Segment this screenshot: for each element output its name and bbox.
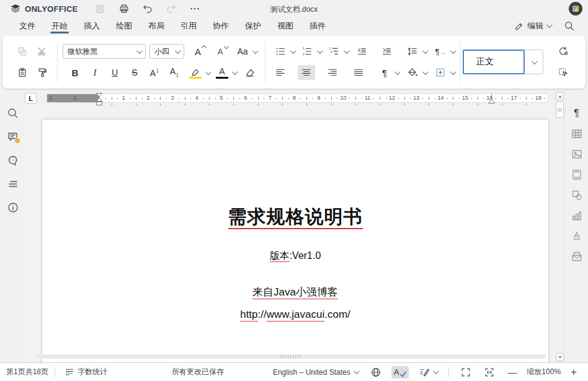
doc-heading-line[interactable]: 需求规格说明书 — [42, 204, 548, 230]
image-settings-button[interactable] — [569, 148, 584, 160]
sidebar-about-button[interactable] — [5, 200, 21, 215]
align-justify-button[interactable] — [350, 65, 367, 80]
fit-page-button[interactable] — [458, 366, 474, 379]
url-seg: www.javacui — [267, 309, 325, 322]
tab-file[interactable]: 文件 — [11, 17, 43, 34]
font-name-combo[interactable]: 微软雅黑 — [63, 44, 146, 59]
strikeout-button[interactable]: S — [126, 65, 143, 80]
line-spacing-icon — [407, 46, 418, 57]
style-current[interactable]: 正文 — [463, 50, 525, 74]
style-gallery-expand-button[interactable] — [525, 50, 543, 74]
search-button[interactable] — [562, 19, 577, 33]
subscript-button[interactable]: A1 — [166, 65, 183, 80]
change-case-button[interactable]: Aa — [234, 44, 251, 59]
align-right-button[interactable] — [324, 65, 341, 80]
italic-button[interactable]: I — [86, 65, 104, 80]
paragraph-direction-button[interactable]: ¶→ — [432, 44, 449, 59]
zoom-out-button[interactable]: — — [505, 366, 519, 378]
cut-button[interactable] — [33, 44, 51, 59]
borders-button[interactable] — [432, 65, 449, 80]
scroll-down-button[interactable] — [556, 353, 564, 361]
fit-width-button[interactable] — [481, 366, 497, 379]
decrease-font-button[interactable]: A — [212, 44, 229, 59]
replace-button[interactable] — [555, 44, 572, 59]
ruler-strip[interactable]: 21123456789101112131415161718 — [47, 94, 548, 103]
track-changes-button[interactable] — [416, 366, 440, 379]
scroll-up-button[interactable] — [556, 92, 564, 100]
paste-button[interactable] — [14, 65, 31, 80]
tab-collaboration[interactable]: 协作 — [205, 17, 237, 34]
right-indent-marker[interactable] — [488, 98, 496, 104]
clear-style-button[interactable] — [241, 65, 259, 80]
decrease-indent-button[interactable] — [353, 44, 370, 59]
vertical-scrollbar-thumb[interactable] — [556, 102, 564, 118]
sidebar-search-button[interactable] — [5, 106, 21, 121]
tab-references[interactable]: 引用 — [172, 17, 205, 34]
underline-button[interactable]: U — [106, 65, 123, 80]
tab-home[interactable]: 开始 — [43, 17, 76, 34]
format-painter-button[interactable] — [33, 65, 51, 80]
bold-button[interactable]: B — [66, 65, 84, 80]
increase-font-button[interactable]: A — [189, 44, 207, 59]
sidebar-comments-button[interactable] — [5, 129, 21, 144]
sidebar-headings-button[interactable] — [5, 177, 21, 191]
doc-blog-line[interactable]: 来自Java小强博客 — [42, 285, 548, 299]
tab-plugins[interactable]: 插件 — [301, 17, 334, 34]
tab-draw[interactable]: 绘图 — [108, 17, 140, 34]
tab-insert[interactable]: 插入 — [76, 17, 108, 34]
spellcheck-button[interactable]: A — [391, 366, 409, 379]
editing-mode-selector[interactable]: 编辑 — [514, 20, 551, 32]
redo-button[interactable] — [164, 2, 179, 15]
mailmerge-settings-button[interactable] — [569, 250, 584, 263]
chart-settings-icon — [571, 209, 583, 222]
multilevel-button[interactable]: 1a — [325, 44, 342, 59]
copy-button[interactable] — [14, 44, 31, 59]
shading-button[interactable] — [404, 65, 421, 80]
document-language-button[interactable] — [368, 366, 384, 379]
horizontal-scrollbar[interactable] — [36, 354, 546, 359]
tab-stop-selector[interactable]: L — [25, 93, 37, 103]
save-button[interactable] — [93, 2, 108, 15]
font-color-button[interactable]: A — [213, 65, 231, 80]
document-canvas[interactable]: 需求规格说明书 版本:Ver1.0 来自Java小强博客 http://www.… — [26, 106, 556, 362]
word-count-button[interactable]: 12 字数统计 — [61, 366, 110, 379]
superscript-button[interactable]: A1 — [146, 65, 163, 80]
shape-settings-button[interactable] — [569, 189, 584, 201]
textart-settings-button[interactable] — [569, 230, 584, 242]
zoom-in-button[interactable]: + — [568, 366, 579, 379]
increase-indent-button[interactable] — [378, 44, 395, 59]
table-settings-button[interactable] — [569, 128, 584, 140]
bullets-button[interactable] — [272, 44, 289, 59]
align-left-button[interactable] — [272, 65, 289, 80]
numbering-button[interactable]: 12 — [298, 44, 316, 59]
select-cursor-icon — [558, 67, 569, 78]
sidebar-chat-button[interactable] — [5, 153, 21, 168]
vertical-scrollbar[interactable] — [556, 92, 564, 361]
document-page[interactable]: 需求规格说明书 版本:Ver1.0 来自Java小强博客 http://www.… — [42, 120, 548, 362]
undo-button[interactable] — [140, 2, 155, 15]
chart-settings-button[interactable] — [569, 209, 584, 222]
nonprinting-chars-button[interactable]: ¶ — [376, 65, 393, 80]
paragraph-settings-button[interactable]: ¶ — [569, 107, 584, 120]
tab-protection[interactable]: 保护 — [237, 17, 269, 34]
language-selector[interactable]: English – United States — [270, 367, 360, 378]
tab-layout[interactable]: 布局 — [140, 17, 172, 34]
ruler-number: 7 — [269, 95, 272, 102]
highlight-color-button[interactable] — [187, 65, 204, 80]
tab-view[interactable]: 视图 — [269, 17, 301, 34]
line-spacing-button[interactable] — [404, 44, 421, 59]
track-changes-icon — [419, 367, 430, 378]
doc-url-line[interactable]: http://www.javacui.com/ — [42, 309, 548, 321]
user-avatar[interactable] — [569, 2, 582, 15]
navigation-headings-icon — [7, 178, 19, 190]
horizontal-scrollbar-grip[interactable] — [280, 355, 301, 358]
font-size-combo[interactable]: 小四 — [149, 44, 184, 59]
align-center-button[interactable] — [298, 65, 315, 80]
ruler-number: 13 — [413, 95, 419, 102]
print-button[interactable] — [117, 2, 131, 15]
doc-version-line[interactable]: 版本:Ver1.0 — [42, 250, 548, 263]
select-all-button[interactable] — [555, 65, 572, 80]
indent-markers[interactable] — [95, 92, 104, 106]
headerfooter-settings-button[interactable] — [569, 169, 584, 181]
ruler-number: 3 — [171, 95, 174, 102]
